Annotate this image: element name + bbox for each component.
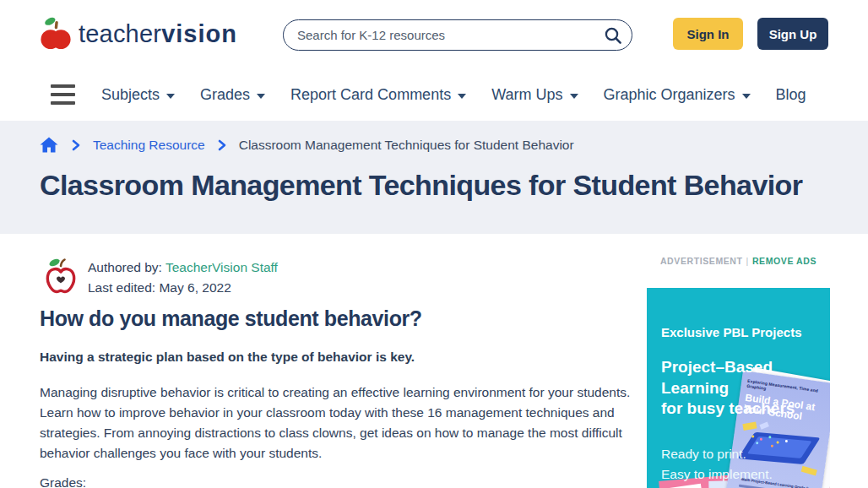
nav-item-label: Subjects [101,86,160,104]
article-content: Authored by: TeacherVision Staff Last ed… [0,234,629,488]
breadcrumb-current: Classroom Management Techniques for Stud… [239,138,574,153]
brand-first: teacher [79,20,161,47]
nav-item-grades[interactable]: Grades [200,86,265,104]
nav-item-graphic-organizers[interactable]: Graphic Organizers [604,86,751,104]
last-edited: Last edited: May 6, 2022 [88,278,278,298]
ad-benefit-1: Ready to print. [661,447,746,462]
search-icon [603,25,623,46]
chevron-right-icon [216,138,228,152]
author-apple-avatar-icon [42,256,79,295]
ad-label-row: ADVERTISEMENT|REMOVE ADS [647,256,830,266]
author-link[interactable]: TeacherVision Staff [165,260,278,274]
pool-shape [738,432,821,464]
search-bar [283,19,632,51]
chevron-right-icon [70,138,82,152]
ad-headline: Project–Based Learning for busy teachers [661,357,795,420]
lead-text: Having a strategic plan based on the typ… [40,350,415,365]
nav-item-label: Grades [200,86,250,104]
logo[interactable]: teachervision [40,15,237,52]
ad-eyebrow: Exclusive PBL Projects [661,325,801,339]
chevron-down-icon [570,94,578,99]
search-input[interactable] [297,28,603,42]
nav-item-report-card-comments[interactable]: Report Card Comments [290,86,466,104]
authored-by-line: Authored by: TeacherVision Staff [88,258,278,278]
ad-label-divider: | [743,256,752,266]
nav-items: Subjects Grades Report Card Comments War… [101,68,806,122]
search-button[interactable] [603,25,623,46]
nav-item-subjects[interactable]: Subjects [101,86,175,104]
body-text: Managing disruptive behavior is critical… [40,382,631,464]
hero-band: Teaching Resource Classroom Management T… [0,121,868,234]
remove-ads-link[interactable]: REMOVE ADS [752,256,816,266]
author-block: Authored by: TeacherVision Staff Last ed… [88,258,278,298]
nav-item-warm-ups[interactable]: Warm Ups [491,86,578,104]
page-title: Classroom Management Techniques for Stud… [40,168,850,202]
nav-item-label: Report Card Comments [290,86,451,104]
nav-item-label: Warm Ups [491,86,562,104]
menu-button[interactable] [51,84,75,105]
section-heading: How do you manage student behavior? [40,306,422,331]
brand-second: vision [161,20,237,47]
advertisement-banner[interactable]: Exploring Measurement, Time and Graphing… [647,288,830,488]
site-header: teachervision Sign In Sign Up [0,0,868,68]
nav-item-label: Blog [776,86,806,104]
logo-apple-icon [40,15,72,52]
ad-benefit-2: Easy to implement. [661,467,773,482]
brand-name: teachervision [79,20,237,48]
nav-item-blog[interactable]: Blog [776,86,806,104]
sign-up-button[interactable]: Sign Up [757,18,828,50]
chevron-down-icon [257,94,265,99]
breadcrumb: Teaching Resource Classroom Management T… [39,135,574,155]
grades-label: Grades: [40,475,86,488]
chevron-down-icon [166,94,175,99]
chevron-down-icon [742,94,751,99]
chevron-down-icon [458,94,466,99]
authored-by-label: Authored by: [88,260,165,274]
main-nav: Subjects Grades Report Card Comments War… [0,68,868,122]
home-icon[interactable] [39,135,59,155]
sign-in-button[interactable]: Sign In [673,18,743,50]
page-root: teachervision Sign In Sign Up Subjects G… [0,0,868,488]
advertisement-label: ADVERTISEMENT [660,256,743,266]
nav-item-label: Graphic Organizers [604,86,735,104]
breadcrumb-link-teaching-resource[interactable]: Teaching Resource [93,138,205,153]
menu-icon [51,84,75,88]
